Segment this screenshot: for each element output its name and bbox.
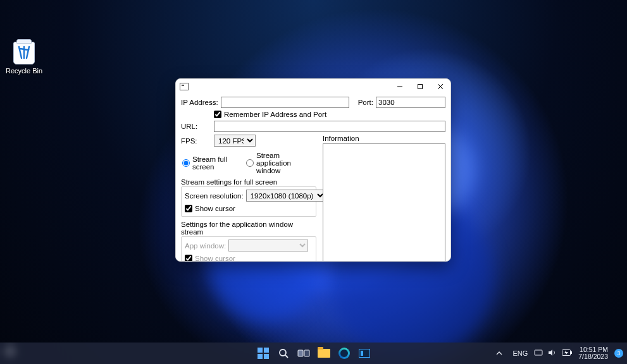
close-button[interactable] xyxy=(430,79,450,94)
notifications-badge[interactable]: 3 xyxy=(614,349,623,358)
svg-rect-6 xyxy=(298,350,303,356)
fps-label: FPS: xyxy=(181,137,211,145)
svg-rect-8 xyxy=(535,350,542,355)
full-screen-group: Screen resolution: 1920x1080 (1080p) Sho… xyxy=(181,186,316,217)
titlebar[interactable] xyxy=(176,79,450,94)
minimize-button[interactable] xyxy=(390,79,410,94)
maximize-button[interactable] xyxy=(410,79,430,94)
battery-icon[interactable] xyxy=(562,349,572,357)
app-window-group: App window: Show cursor xyxy=(181,236,316,262)
start-button[interactable] xyxy=(256,346,270,360)
ip-address-label: IP Address: xyxy=(181,99,218,106)
taskbar-clock[interactable]: 10:51 PM 7/18/2023 xyxy=(578,346,608,360)
app-icon xyxy=(180,83,189,90)
taskbar: ENG 10:51 PM 7/18/2023 3 xyxy=(0,343,627,364)
svg-line-5 xyxy=(285,355,288,358)
url-input[interactable] xyxy=(214,121,445,132)
port-input[interactable] xyxy=(376,97,445,108)
stream-full-label: Stream full screen xyxy=(192,155,232,171)
file-explorer-icon[interactable] xyxy=(317,346,331,360)
information-label: Information xyxy=(323,135,445,142)
language-indicator[interactable]: ENG xyxy=(512,349,528,357)
app-window-label: App window: xyxy=(185,242,226,250)
task-manager-icon[interactable] xyxy=(357,346,371,360)
trash-icon xyxy=(13,42,35,64)
recycle-bin-label: Recycle Bin xyxy=(6,67,42,75)
remember-checkbox[interactable] xyxy=(214,111,221,118)
full-group-title: Stream settings for full screen xyxy=(181,178,316,186)
remember-label: Remember IP Address and Port xyxy=(224,111,326,118)
stream-app-window: IP Address: Port: Remember IP Address an… xyxy=(175,78,451,262)
url-label: URL: xyxy=(181,123,211,130)
task-view-icon[interactable] xyxy=(297,346,311,360)
fps-select[interactable]: 120 FPS xyxy=(214,135,256,147)
port-label: Port: xyxy=(358,99,373,106)
ip-address-input[interactable] xyxy=(221,97,350,108)
svg-rect-1 xyxy=(418,85,423,89)
information-textbox[interactable] xyxy=(323,143,445,262)
svg-point-4 xyxy=(280,349,286,356)
svg-rect-10 xyxy=(571,351,572,354)
resolution-label: Screen resolution: xyxy=(185,192,244,200)
edge-icon[interactable] xyxy=(337,346,351,360)
show-cursor-app-label: Show cursor xyxy=(195,255,235,262)
show-cursor-full-label: Show cursor xyxy=(195,205,235,212)
volume-icon[interactable] xyxy=(548,349,557,358)
taskbar-date: 7/18/2023 xyxy=(578,353,608,360)
stream-app-label: Stream application window xyxy=(256,152,316,174)
stream-app-radio[interactable]: Stream application window xyxy=(246,152,316,174)
app-group-title: Settings for the application window stre… xyxy=(181,221,316,236)
show-cursor-app-checkbox[interactable]: Show cursor xyxy=(185,255,313,262)
app-window-select xyxy=(228,240,308,252)
recycle-bin-icon[interactable]: Recycle Bin xyxy=(4,42,44,75)
tray-chevron-icon[interactable] xyxy=(492,346,506,360)
show-cursor-full-checkbox[interactable]: Show cursor xyxy=(185,205,313,212)
svg-rect-7 xyxy=(304,350,309,356)
network-icon[interactable] xyxy=(534,349,543,358)
search-icon[interactable] xyxy=(276,346,290,360)
resolution-select[interactable]: 1920x1080 (1080p) xyxy=(246,190,326,202)
stream-full-radio[interactable]: Stream full screen xyxy=(182,155,232,171)
